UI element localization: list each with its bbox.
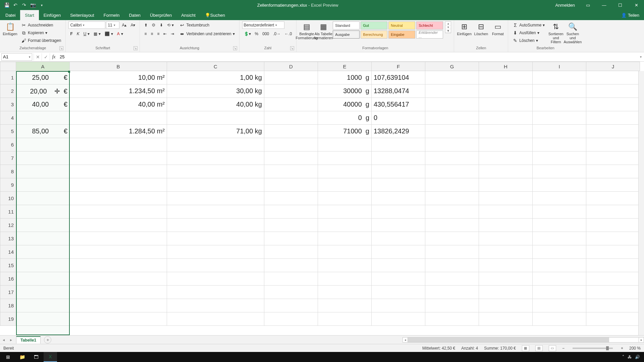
redo-icon[interactable]: ↷ (21, 2, 28, 8)
cell-A14[interactable] (16, 245, 70, 259)
cell-F17[interactable] (372, 286, 425, 299)
cell-J4[interactable] (586, 111, 640, 125)
align-left-button[interactable]: ≡ (143, 30, 148, 38)
cell-D1[interactable] (264, 71, 318, 84)
cell-B3[interactable]: 40,00 m² (70, 98, 167, 111)
column-header-J[interactable]: J (586, 62, 640, 71)
fill-color-button[interactable]: ⬛ ▾ (103, 30, 115, 38)
cell-E11[interactable] (318, 205, 372, 219)
cell-B9[interactable] (70, 178, 167, 192)
cell-A19[interactable] (16, 312, 70, 326)
cell-I5[interactable] (533, 125, 586, 138)
view-pagelayout-button[interactable]: ▤ (535, 345, 543, 351)
cell-J13[interactable] (586, 232, 640, 245)
cell-G4[interactable] (425, 111, 479, 125)
font-name-combo[interactable]: Calibri▾ (68, 21, 105, 29)
insert-cells-button[interactable]: ⊞Einfügen (457, 21, 472, 37)
cell-J3[interactable] (586, 98, 640, 111)
cell-J2[interactable] (586, 84, 640, 98)
cell-E12[interactable] (318, 219, 372, 232)
view-normal-button[interactable]: ▦ (522, 345, 529, 351)
format-painter-button[interactable]: 🖌Format übertragen (19, 37, 63, 44)
italic-button[interactable]: K (75, 30, 81, 38)
cell-F12[interactable] (372, 219, 425, 232)
cell-A9[interactable] (16, 178, 70, 192)
cell-D17[interactable] (264, 286, 318, 299)
column-header-H[interactable]: H (479, 62, 533, 71)
row-header-2[interactable]: 2 (0, 84, 16, 98)
cell-H19[interactable] (479, 312, 533, 326)
cell-E16[interactable] (318, 272, 372, 286)
view-pagebreak-button[interactable]: ▭ (549, 345, 556, 351)
column-header-G[interactable]: G (425, 62, 479, 71)
cell-E4[interactable]: 0 g (318, 111, 372, 125)
cut-button[interactable]: ✂Ausschneiden (19, 21, 63, 29)
cell-D13[interactable] (264, 232, 318, 245)
row-header-1[interactable]: 1 (0, 71, 16, 84)
cell-E15[interactable] (318, 259, 372, 272)
style-eingabe[interactable]: Eingabe (388, 31, 415, 39)
cell-G2[interactable] (425, 84, 479, 98)
cell-D2[interactable] (264, 84, 318, 98)
row-header-3[interactable]: 3 (0, 98, 16, 111)
maximize-button[interactable]: ☐ (612, 0, 628, 10)
cell-A12[interactable] (16, 219, 70, 232)
align-top-button[interactable]: ⬆ (143, 21, 149, 29)
cell-J1[interactable] (586, 71, 640, 84)
format-cells-button[interactable]: ▭Format (490, 21, 505, 37)
style-erklaerend[interactable]: Erklärender ... (416, 31, 443, 39)
thousands-format-button[interactable]: 000 (261, 30, 271, 38)
cell-C17[interactable] (167, 286, 264, 299)
cell-G16[interactable] (425, 272, 479, 286)
cell-I14[interactable] (533, 245, 586, 259)
cancel-formula-button[interactable]: ✕ (34, 53, 42, 61)
name-box[interactable]: A1▾ (1, 53, 32, 61)
cell-C11[interactable] (167, 205, 264, 219)
cell-G17[interactable] (425, 286, 479, 299)
row-header-18[interactable]: 18 (0, 299, 16, 312)
cell-C15[interactable] (167, 259, 264, 272)
cell-F11[interactable] (372, 205, 425, 219)
cell-H15[interactable] (479, 259, 533, 272)
cell-A17[interactable] (16, 286, 70, 299)
copy-button[interactable]: ⧉Kopieren ▾ (19, 29, 63, 37)
cell-I9[interactable] (533, 178, 586, 192)
cell-styles-gallery[interactable]: Standard Gut Neutral Schlecht Ausgabe Be… (333, 21, 443, 39)
cell-H10[interactable] (479, 192, 533, 205)
cell-A16[interactable] (16, 272, 70, 286)
row-header-14[interactable]: 14 (0, 245, 16, 259)
cell-H17[interactable] (479, 286, 533, 299)
cell-E6[interactable] (318, 138, 372, 152)
cell-H7[interactable] (479, 152, 533, 165)
row-header-17[interactable]: 17 (0, 286, 16, 299)
cell-J12[interactable] (586, 219, 640, 232)
cell-C8[interactable] (167, 165, 264, 178)
system-tray[interactable]: ˄ 🖧 🔊 (622, 355, 643, 359)
column-header-B[interactable]: B (70, 62, 167, 71)
cell-E3[interactable]: 40000 g (318, 98, 372, 111)
row-header-13[interactable]: 13 (0, 232, 16, 245)
cell-G7[interactable] (425, 152, 479, 165)
cell-E19[interactable] (318, 312, 372, 326)
cell-C12[interactable] (167, 219, 264, 232)
cell-G15[interactable] (425, 259, 479, 272)
cell-A13[interactable] (16, 232, 70, 245)
find-select-button[interactable]: 🔍Suchen und Auswählen (565, 21, 580, 45)
cell-A11[interactable] (16, 205, 70, 219)
cell-B2[interactable]: 1.234,50 m² (70, 84, 167, 98)
cell-I12[interactable] (533, 219, 586, 232)
cell-B19[interactable] (70, 312, 167, 326)
close-button[interactable]: ✕ (629, 0, 644, 10)
cell-I13[interactable] (533, 232, 586, 245)
font-size-combo[interactable]: 11▾ (106, 21, 119, 29)
row-header-4[interactable]: 4 (0, 111, 16, 125)
cell-C10[interactable] (167, 192, 264, 205)
cell-H2[interactable] (479, 84, 533, 98)
paste-button[interactable]: 📋 Einfügen (3, 21, 17, 37)
cell-I10[interactable] (533, 192, 586, 205)
tab-datei[interactable]: Datei (1, 10, 20, 20)
enter-formula-button[interactable]: ✓ (42, 53, 50, 61)
worksheet[interactable]: ABCDEFGHIJ125,00 €10,00 m²1,00 kg1000 g1… (0, 62, 644, 335)
conditional-formatting-button[interactable]: ▤Bedingte Formatierung (299, 21, 314, 41)
style-schlecht[interactable]: Schlecht (416, 21, 443, 29)
